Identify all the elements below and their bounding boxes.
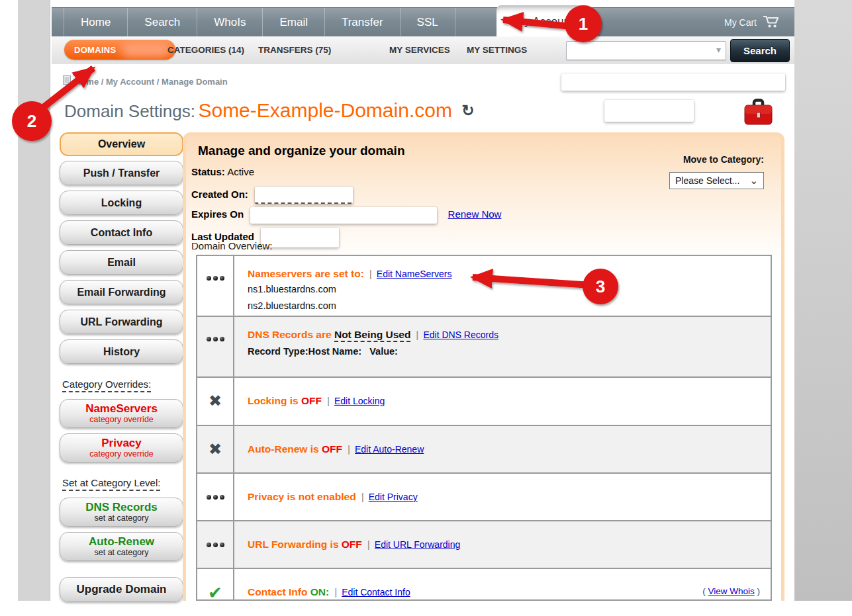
nav-tab-email[interactable]: Email xyxy=(263,8,325,37)
row-body: Auto-Renew is OFF|Edit Auto-Renew xyxy=(234,426,771,472)
subnav-item-my-services[interactable]: MY SERVICES xyxy=(389,45,450,55)
chevron-down-icon: ⌄ xyxy=(749,173,758,189)
search-button[interactable]: Search xyxy=(730,39,790,62)
sidebar-item-upgrade-domain[interactable]: Upgrade Domain xyxy=(60,577,183,602)
row-title-segment: Locking is xyxy=(248,395,301,406)
sidebar-item-subtitle: category override xyxy=(62,449,181,459)
sidebar-item-privacy[interactable]: Privacycategory override xyxy=(60,433,183,462)
left-gutter xyxy=(18,0,50,601)
sidebar-section-category-overrides: Category Overrides: xyxy=(62,378,151,392)
row-title-segment: ON: xyxy=(310,586,329,597)
row-title-segment: Not Being Used xyxy=(334,329,410,342)
sidebar-item-push-transfer[interactable]: Push / Transfer xyxy=(60,161,183,185)
domain-overview-label: Domain Overview: xyxy=(191,240,273,251)
status-label: Status: xyxy=(191,166,225,177)
domain-overview-row: Privacy is not enabled|Edit Privacy xyxy=(197,474,771,521)
sidebar-item-email-forwarding[interactable]: Email Forwarding xyxy=(60,280,183,304)
sidebar-item-url-forwarding[interactable]: URL Forwarding xyxy=(60,310,183,334)
move-to-category-label: Move to Category: xyxy=(683,154,764,165)
edit-nameservers-link[interactable]: Edit NameServers xyxy=(377,269,452,279)
page-title: Domain Settings: Some-Example-Domain.com… xyxy=(64,99,475,122)
sidebar-item-dns-records[interactable]: DNS Recordsset at category xyxy=(60,498,183,527)
edit-dns-records-link[interactable]: Edit DNS Records xyxy=(423,330,498,340)
dots-icon xyxy=(197,521,234,568)
domain-status-block: Status: Active Created On: Expires On Re… xyxy=(191,166,501,248)
refresh-icon[interactable]: ↻ xyxy=(461,102,474,120)
sidebar-item-email[interactable]: Email xyxy=(60,250,183,275)
category-select-value: Please Select... xyxy=(675,175,739,186)
domain-overview-table: Nameservers are set to:|Edit NameServers… xyxy=(196,255,772,601)
redacted-value xyxy=(250,207,437,224)
note-paren: ) xyxy=(755,586,760,596)
created-on-label: Created On: xyxy=(191,189,248,200)
row-body: Locking is OFF|Edit Locking xyxy=(234,378,771,425)
cross-icon: ✖ xyxy=(197,378,234,425)
nameserver-value: ns2.bluestardns.com xyxy=(248,299,764,313)
domain-overview-row: ✔Contact Info ON:|Edit Contact Info( Vie… xyxy=(197,569,771,601)
domain-name: Some-Example-Domain.com xyxy=(198,99,451,121)
dots-icon xyxy=(197,474,234,520)
row-title-segment: DNS Records are xyxy=(248,329,334,340)
subnav-item-categories[interactable]: CATEGORIES (14) xyxy=(167,45,244,55)
nav-tab-ssl[interactable]: SSL xyxy=(401,8,455,37)
sidebar-item-contact-info[interactable]: Contact Info xyxy=(60,220,183,245)
view-whois-link[interactable]: View Whois xyxy=(708,586,754,596)
row-title-segment: Privacy is not enabled xyxy=(248,491,356,502)
edit-locking-link[interactable]: Edit Locking xyxy=(334,396,385,406)
subnav-item-transfers[interactable]: TRANSFERS (75) xyxy=(258,45,331,55)
sidebar: OverviewPush / TransferLockingContact In… xyxy=(60,132,183,607)
subnav-item-my-settings[interactable]: MY SETTINGS xyxy=(467,45,527,55)
subnav-item-domains[interactable]: DOMAINS xyxy=(64,40,175,60)
created-on-row: Created On: xyxy=(191,187,501,202)
cart-icon xyxy=(762,15,780,30)
content-panel: Manage and organize your domain Move to … xyxy=(183,132,784,601)
separator: | xyxy=(361,491,364,502)
sidebar-item-title: Auto-Renew xyxy=(62,535,181,548)
breadcrumb[interactable]: Home / My Account / Manage Domain xyxy=(75,77,228,87)
edit-auto-renew-link[interactable]: Edit Auto-Renew xyxy=(355,444,424,455)
row-body: URL Forwarding is OFF|Edit URL Forwardin… xyxy=(234,521,771,568)
row-title-segment: OFF xyxy=(342,539,362,550)
separator: | xyxy=(367,539,370,550)
title-prefix: Domain Settings: xyxy=(64,101,195,121)
category-select[interactable]: Please Select... ⌄ xyxy=(669,172,764,189)
edit-privacy-link[interactable]: Edit Privacy xyxy=(369,492,418,502)
edit-url-forwarding-link[interactable]: Edit URL Forwarding xyxy=(375,539,460,550)
edit-contact-info-link[interactable]: Edit Contact Info xyxy=(342,587,410,597)
nav-tab-whois[interactable]: WhoIs xyxy=(197,8,263,37)
view-whois-note: ( View Whois ) xyxy=(702,586,760,596)
domain-search-combobox[interactable]: ▾ xyxy=(566,41,726,60)
toolbox-icon[interactable] xyxy=(743,97,774,129)
domains-label: DOMAINS xyxy=(74,45,117,55)
row-title-segment: Nameservers are set to: xyxy=(248,268,364,279)
status-value: Active xyxy=(227,166,254,177)
nav-tab-my-account[interactable]: My Account xyxy=(497,5,592,37)
row-title: Nameservers are set to:|Edit NameServers xyxy=(248,268,764,280)
my-cart-button[interactable]: My Cart xyxy=(724,8,780,37)
sidebar-item-locking[interactable]: Locking xyxy=(60,191,183,215)
nav-tab-transfer[interactable]: Transfer xyxy=(325,8,401,37)
sidebar-item-history[interactable]: History xyxy=(60,339,183,364)
sidebar-item-title: NameServers xyxy=(62,402,181,415)
sidebar-item-subtitle: category override xyxy=(62,415,181,425)
dots-icon xyxy=(207,337,224,376)
redacted-domains-count xyxy=(121,42,170,57)
row-title: Contact Info ON:|Edit Contact Info xyxy=(248,586,764,598)
redacted-value xyxy=(561,73,785,91)
domain-overview-row: Nameservers are set to:|Edit NameServers… xyxy=(197,256,771,317)
dots-icon xyxy=(197,317,234,376)
sidebar-item-nameservers[interactable]: NameServerscategory override xyxy=(60,399,183,428)
sidebar-item-auto-renew[interactable]: Auto-Renewset at category xyxy=(60,532,183,561)
separator: | xyxy=(348,443,350,455)
redacted-value xyxy=(604,100,694,122)
dots-icon xyxy=(207,276,224,316)
row-body: Privacy is not enabled|Edit Privacy xyxy=(234,474,771,520)
nav-tab-search[interactable]: Search xyxy=(128,8,197,37)
sidebar-item-overview[interactable]: Overview xyxy=(60,132,183,156)
row-body: Contact Info ON:|Edit Contact Info( View… xyxy=(234,569,771,601)
nav-tab-home[interactable]: Home xyxy=(64,8,128,37)
domain-overview-row: ✖Auto-Renew is OFF|Edit Auto-Renew xyxy=(197,426,771,474)
renew-now-link[interactable]: Renew Now xyxy=(448,208,502,220)
expires-on-label: Expires On xyxy=(191,208,244,220)
row-title-segment: Auto-Renew is xyxy=(248,443,322,455)
